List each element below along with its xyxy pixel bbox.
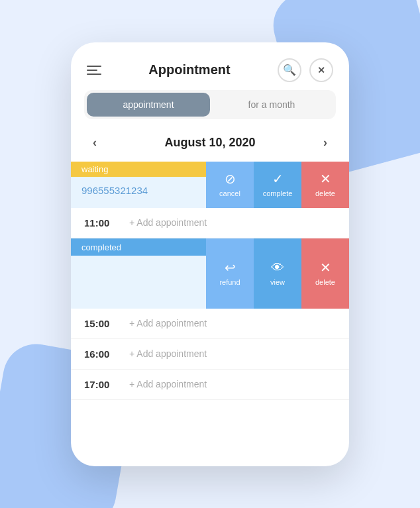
content-area: waiting 996555321234 ⊘ cancel ✓ complete… [71,162,349,466]
tab-appointment[interactable]: appointment [87,93,210,117]
waiting-status-label: waiting [81,164,108,174]
time-label-16: 16:00 [84,348,124,360]
cancel-label: cancel [219,189,240,197]
time-label-17: 17:00 [84,379,124,390]
waiting-appointment-row: waiting 996555321234 ⊘ cancel ✓ complete… [71,162,349,208]
header: Appointment 🔍 ✕ [71,42,349,90]
time-label-11: 11:00 [84,217,124,229]
delete-label-completed: delete [315,278,335,286]
waiting-block: waiting 996555321234 [71,162,206,208]
time-row-17: 17:00 + Add appointment [71,370,349,400]
add-appointment-17[interactable]: + Add appointment [129,379,207,389]
tab-month[interactable]: for a month [210,93,333,117]
phone-card: Appointment 🔍 ✕ appointment for a month … [71,42,349,466]
delete-icon-completed: ✕ [320,261,331,274]
close-icon: ✕ [317,65,325,76]
completed-status-label: completed [81,242,121,252]
refund-label: refund [219,278,240,286]
next-date-button[interactable]: › [315,132,336,154]
completed-action-panel: ↩ refund 👁 view ✕ delete [206,238,349,309]
time-row-16: 16:00 + Add appointment [71,339,349,370]
tab-bar: appointment for a month [84,90,336,119]
cancel-button[interactable]: ⊘ cancel [206,162,254,208]
close-button[interactable]: ✕ [309,58,333,82]
current-date: August 10, 2020 [164,136,255,150]
waiting-body: 996555321234 [71,177,206,204]
waiting-header: waiting [71,162,206,177]
date-navigation: ‹ August 10, 2020 › [71,127,349,162]
add-appointment-16[interactable]: + Add appointment [129,348,207,359]
header-icons: 🔍 ✕ [278,58,333,82]
delete-button-waiting[interactable]: ✕ delete [301,162,349,208]
time-row-15: 15:00 + Add appointment [71,309,349,339]
delete-label-waiting: delete [315,189,335,197]
time-label-15: 15:00 [84,318,124,329]
completed-block: completed [71,238,206,309]
complete-label: complete [263,189,293,197]
delete-button-completed[interactable]: ✕ delete [301,238,349,309]
completed-header: completed [71,238,206,256]
view-button[interactable]: 👁 view [254,238,301,309]
view-icon: 👁 [271,261,284,274]
complete-icon: ✓ [272,172,284,185]
cancel-icon: ⊘ [225,172,236,185]
add-appointment-15[interactable]: + Add appointment [129,318,207,329]
complete-button[interactable]: ✓ complete [254,162,301,208]
time-row-11: 11:00 + Add appointment [71,208,349,238]
completed-appointment-row: completed ↩ refund 👁 view ✕ delete [71,238,349,309]
search-button[interactable]: 🔍 [278,58,301,82]
search-icon: 🔍 [283,64,296,76]
page-title: Appointment [148,62,230,77]
refund-button[interactable]: ↩ refund [206,238,254,309]
waiting-action-panel: ⊘ cancel ✓ complete ✕ delete [206,162,349,208]
delete-icon-waiting: ✕ [320,172,331,185]
prev-date-button[interactable]: ‹ [84,132,105,154]
phone-number[interactable]: 996555321234 [81,185,148,196]
menu-icon[interactable] [87,66,101,75]
add-appointment-11[interactable]: + Add appointment [129,217,207,228]
refund-icon: ↩ [225,261,236,274]
view-label: view [270,278,285,286]
